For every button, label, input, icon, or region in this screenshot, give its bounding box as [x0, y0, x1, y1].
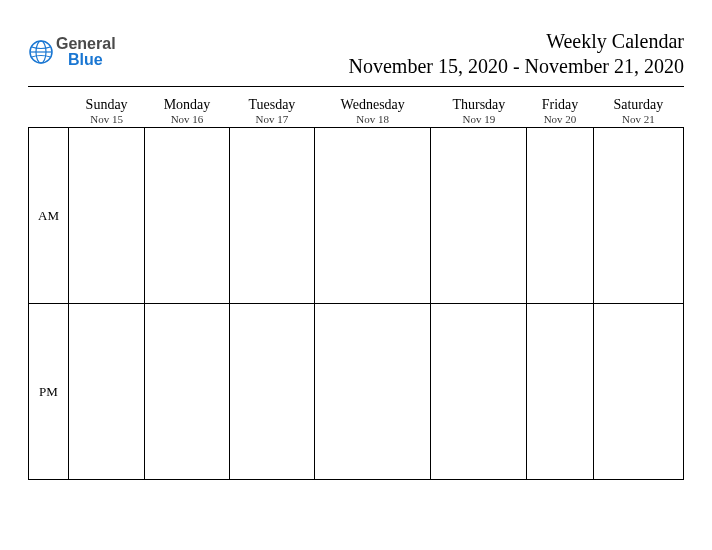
day-date: Nov 17: [229, 113, 314, 125]
day-header-friday: Friday Nov 20: [527, 93, 593, 128]
cell-am-wednesday: [314, 128, 430, 304]
date-range: November 15, 2020 - November 21, 2020: [349, 55, 685, 78]
cell-am-monday: [145, 128, 230, 304]
cell-am-saturday: [593, 128, 683, 304]
cell-am-friday: [527, 128, 593, 304]
day-date: Nov 20: [527, 113, 593, 125]
day-date: Nov 19: [431, 113, 527, 125]
day-header-wednesday: Wednesday Nov 18: [314, 93, 430, 128]
day-header-sunday: Sunday Nov 15: [69, 93, 145, 128]
day-name: Wednesday: [314, 97, 430, 113]
period-header-blank: [29, 93, 69, 128]
cell-am-thursday: [431, 128, 527, 304]
day-header-thursday: Thursday Nov 19: [431, 93, 527, 128]
cell-pm-wednesday: [314, 304, 430, 480]
cell-pm-thursday: [431, 304, 527, 480]
cell-pm-tuesday: [229, 304, 314, 480]
am-row: AM: [29, 128, 684, 304]
calendar-grid: Sunday Nov 15 Monday Nov 16 Tuesday Nov …: [28, 93, 684, 480]
logo-line2: Blue: [56, 52, 116, 68]
day-date: Nov 18: [314, 113, 430, 125]
logo-line1: General: [56, 36, 116, 52]
header: General Blue Weekly Calendar November 15…: [28, 30, 684, 78]
day-date: Nov 16: [145, 113, 230, 125]
day-header-tuesday: Tuesday Nov 17: [229, 93, 314, 128]
day-name: Monday: [145, 97, 230, 113]
page-title: Weekly Calendar: [349, 30, 685, 53]
day-header-saturday: Saturday Nov 21: [593, 93, 683, 128]
title-block: Weekly Calendar November 15, 2020 - Nove…: [349, 30, 685, 78]
cell-am-sunday: [69, 128, 145, 304]
cell-am-tuesday: [229, 128, 314, 304]
pm-row: PM: [29, 304, 684, 480]
day-name: Thursday: [431, 97, 527, 113]
cell-pm-friday: [527, 304, 593, 480]
day-name: Saturday: [593, 97, 683, 113]
logo-text: General Blue: [56, 36, 116, 68]
period-am: AM: [29, 128, 69, 304]
day-date: Nov 21: [593, 113, 683, 125]
day-header-monday: Monday Nov 16: [145, 93, 230, 128]
day-name: Tuesday: [229, 97, 314, 113]
cell-pm-saturday: [593, 304, 683, 480]
period-pm: PM: [29, 304, 69, 480]
cell-pm-monday: [145, 304, 230, 480]
cell-pm-sunday: [69, 304, 145, 480]
day-name: Friday: [527, 97, 593, 113]
logo: General Blue: [28, 30, 116, 68]
day-name: Sunday: [69, 97, 145, 113]
divider: [28, 86, 684, 87]
globe-icon: [28, 39, 54, 65]
day-date: Nov 15: [69, 113, 145, 125]
